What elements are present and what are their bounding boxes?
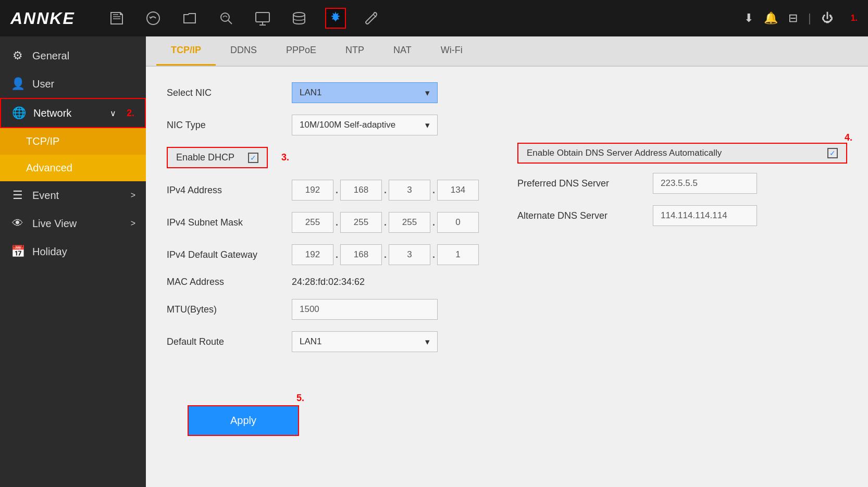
power-icon[interactable]: ⏻ (822, 11, 833, 25)
sidebar-item-holiday[interactable]: 📅 Holiday (0, 238, 146, 266)
mtu-label: MTU(Bytes) (167, 304, 281, 315)
sidebar-item-tcpip[interactable]: TCP/IP (0, 128, 146, 155)
apply-area: Apply 5. (167, 395, 847, 446)
mac-label: MAC Address (167, 277, 281, 288)
ipv4-gateway-label: IPv4 Default Gateway (167, 249, 281, 260)
tab-pppoe[interactable]: PPPoE (271, 36, 331, 66)
annotation-5: 5. (296, 393, 304, 404)
form-area: Select NIC LAN1 ▾ NIC Type 10M/100M Self… (146, 67, 868, 487)
default-route-value: LAN1 (300, 336, 322, 347)
ipv4-subnet-row: IPv4 Subnet Mask . . . (167, 212, 486, 233)
dns-auto-label: Enable Obtain DNS Server Address Automat… (527, 148, 821, 158)
sidebar-item-network[interactable]: 🌐 Network ∨ 2. (0, 98, 146, 128)
select-nic-arrow: ▾ (425, 88, 430, 98)
bell-icon[interactable]: 🔔 (764, 11, 778, 25)
folder-icon[interactable] (179, 8, 200, 29)
apply-button[interactable]: Apply (188, 405, 299, 436)
subnet-oct3[interactable] (389, 212, 430, 233)
sidebar-item-liveview[interactable]: 👁 Live View > (0, 209, 146, 238)
nic-type-label: NIC Type (167, 120, 281, 131)
sidebar-item-user[interactable]: 👤 User (0, 70, 146, 98)
ipv4-addr-oct1[interactable] (292, 180, 333, 201)
mac-value: 24:28:fd:02:34:62 (292, 277, 406, 288)
alternate-dns-input[interactable] (653, 205, 757, 226)
left-column: Select NIC LAN1 ▾ NIC Type 10M/100M Self… (167, 82, 507, 364)
select-nic-select[interactable]: LAN1 ▾ (292, 82, 438, 103)
gateway-oct4[interactable] (437, 244, 479, 265)
sidebar-item-advanced[interactable]: Advanced (0, 155, 146, 181)
sidebar-item-event[interactable]: ☰ Event > (0, 181, 146, 209)
sidebar-tcpip-label: TCP/IP (26, 135, 135, 147)
ipv4-addr-oct2[interactable] (340, 180, 382, 201)
sidebar-user-label: User (32, 78, 135, 90)
default-route-label: Default Route (167, 336, 281, 347)
default-route-select[interactable]: LAN1 ▾ (292, 331, 438, 352)
tab-tcpip[interactable]: TCP/IP (156, 36, 216, 66)
ipv4-gateway-row: IPv4 Default Gateway . . . (167, 244, 486, 265)
ipv4-subnet-label: IPv4 Subnet Mask (167, 217, 281, 228)
tab-ntp[interactable]: NTP (331, 36, 379, 66)
tab-ddns[interactable]: DDNS (216, 36, 271, 66)
display-icon[interactable] (252, 8, 273, 29)
sidebar-general-label: General (32, 50, 135, 62)
dhcp-container: Enable DHCP ✓ (167, 147, 268, 168)
svg-point-0 (147, 12, 159, 24)
holiday-icon: 📅 (10, 245, 25, 258)
topbar-icons (106, 8, 728, 29)
settings-icon[interactable] (325, 8, 346, 29)
nic-type-select[interactable]: 10M/100M Self-adaptive ▾ (292, 115, 438, 135)
nic-type-row: NIC Type 10M/100M Self-adaptive ▾ (167, 115, 486, 135)
gateway-oct1[interactable] (292, 244, 333, 265)
alternate-dns-row: Alternate DNS Server (517, 205, 847, 226)
content-area: TCP/IP DDNS PPPoE NTP NAT Wi-Fi Select N… (146, 36, 868, 487)
preferred-dns-row: Preferred DNS Server (517, 173, 847, 194)
dns-auto-container: Enable Obtain DNS Server Address Automat… (517, 143, 847, 164)
annotation-4: 4. (845, 132, 852, 143)
tab-bar: TCP/IP DDNS PPPoE NTP NAT Wi-Fi (146, 36, 868, 67)
dns-auto-checkbox[interactable]: ✓ (827, 148, 838, 158)
divider: | (808, 11, 811, 25)
dhcp-checkbox[interactable]: ✓ (248, 153, 258, 163)
ipv4-addr-oct3[interactable] (389, 180, 430, 201)
subnet-oct1[interactable] (292, 212, 333, 233)
ipv4-subnet-fields: . . . (292, 212, 479, 233)
sidebar-liveview-label: Live View (32, 218, 123, 230)
tools-icon[interactable] (362, 8, 382, 29)
select-nic-label: Select NIC (167, 88, 281, 98)
main-layout: ⚙ General 👤 User 🌐 Network ∨ 2. TCP/IP A… (0, 36, 868, 487)
gateway-oct3[interactable] (389, 244, 430, 265)
tab-wifi[interactable]: Wi-Fi (426, 36, 477, 66)
dhcp-row: Enable DHCP ✓ 3. (167, 147, 486, 168)
mtu-input[interactable] (292, 299, 438, 320)
nic-type-arrow: ▾ (425, 120, 430, 131)
ipv4-address-fields: . . . (292, 180, 479, 201)
playback-icon[interactable] (143, 8, 164, 29)
tab-nat[interactable]: NAT (379, 36, 426, 66)
select-nic-row: Select NIC LAN1 ▾ (167, 82, 486, 103)
nic-type-value: 10M/100M Self-adaptive (300, 120, 395, 130)
preferred-dns-label: Preferred DNS Server (517, 178, 642, 189)
live-view-icon[interactable] (106, 8, 127, 29)
network-chevron-icon: ∨ (110, 108, 116, 118)
ipv4-gateway-fields: . . . (292, 244, 479, 265)
topbar-right: ⬇ 🔔 ⊟ | ⏻ (744, 11, 833, 25)
svg-point-6 (293, 13, 305, 17)
sidebar-holiday-label: Holiday (32, 246, 135, 258)
annotation-3: 3. (281, 152, 289, 163)
subnet-oct2[interactable] (340, 212, 382, 233)
alarm-icon[interactable]: ⊟ (788, 11, 798, 25)
ipv4-addr-oct4[interactable] (437, 180, 479, 201)
user-icon: 👤 (10, 77, 25, 91)
svg-line-2 (228, 20, 232, 24)
sidebar-item-general[interactable]: ⚙ General (0, 42, 146, 70)
preferred-dns-input[interactable] (653, 173, 757, 194)
subnet-oct4[interactable] (437, 212, 479, 233)
select-nic-value: LAN1 (300, 88, 322, 98)
ipv4-address-row: IPv4 Address . . . (167, 180, 486, 201)
network-icon: 🌐 (11, 106, 26, 120)
search-main-icon[interactable] (216, 8, 237, 29)
download-icon[interactable]: ⬇ (744, 11, 753, 25)
storage-icon[interactable] (289, 8, 309, 29)
sidebar-event-label: Event (32, 190, 123, 202)
gateway-oct2[interactable] (340, 244, 382, 265)
